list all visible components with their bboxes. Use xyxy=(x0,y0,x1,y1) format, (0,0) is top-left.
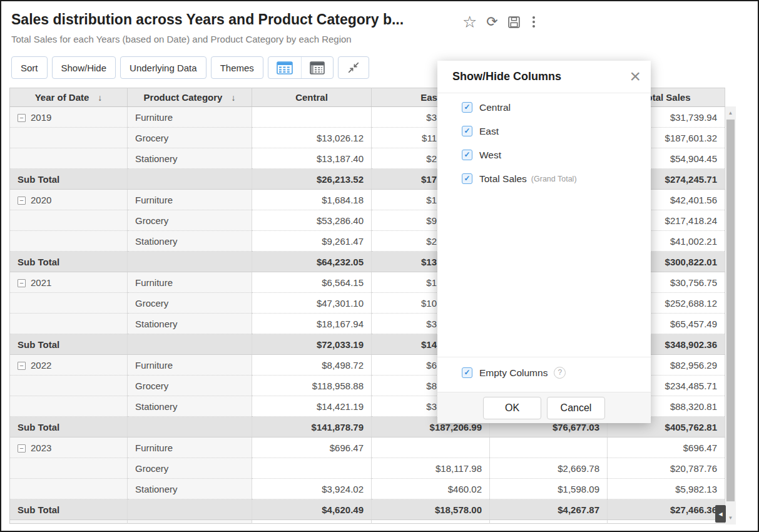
west-value-cell: $1,598.09 xyxy=(490,479,608,499)
product-category-cell xyxy=(128,334,252,355)
save-icon[interactable] xyxy=(507,16,521,29)
subtotal-label-cell: Sub Total xyxy=(10,169,128,190)
column-header-product-category[interactable]: Product Category↓ xyxy=(128,88,252,107)
checkbox-row-empty-columns[interactable]: Empty Columns ? xyxy=(462,367,651,378)
west-value-cell: $2,669.78 xyxy=(490,458,608,479)
central-value-cell xyxy=(252,458,372,479)
product-category-cell: Grocery xyxy=(128,210,252,231)
scroll-down-icon[interactable]: ▼ xyxy=(725,513,736,523)
central-value-cell: $9,261.47 xyxy=(252,231,372,252)
collapse-button[interactable] xyxy=(338,56,369,79)
year-cell xyxy=(10,293,128,314)
pivot-view-button[interactable] xyxy=(301,57,333,78)
checkbox-row-east[interactable]: East xyxy=(462,126,651,136)
year-cell xyxy=(10,128,128,148)
year-cell xyxy=(10,479,128,499)
collapse-year-icon[interactable]: − xyxy=(18,444,26,453)
cancel-button[interactable]: Cancel xyxy=(547,397,605,419)
subtotal-label-cell: Sub Total xyxy=(10,417,128,437)
checkbox-label: Total Sales xyxy=(479,173,527,185)
subtotal-label-cell: Sub Total xyxy=(10,499,128,520)
scrollbar-thumb[interactable] xyxy=(726,120,735,501)
column-header-year-of-date[interactable]: Year of Date↓ xyxy=(10,88,128,107)
pivot-table-icon xyxy=(310,61,325,74)
collapse-year-icon[interactable]: − xyxy=(18,114,26,122)
help-icon[interactable]: ? xyxy=(554,367,566,379)
checkbox-east[interactable] xyxy=(462,126,472,136)
ok-button[interactable]: OK xyxy=(483,397,541,419)
central-value-cell: $13,026.12 xyxy=(252,128,372,148)
themes-button[interactable]: Themes xyxy=(211,56,263,79)
scroll-up-icon[interactable]: ▲ xyxy=(725,108,736,118)
year-cell xyxy=(10,314,128,334)
product-category-cell: Stationery xyxy=(128,231,252,252)
year-cell xyxy=(10,458,128,479)
product-category-cell: Stationery xyxy=(128,314,252,334)
subtotal-row: Sub Total$4,620.49$18,578.00$4,267.87$27… xyxy=(10,499,725,520)
product-category-cell: Furniture xyxy=(128,190,252,210)
sort-button[interactable]: Sort xyxy=(11,56,48,79)
favorite-star-icon[interactable]: ☆ xyxy=(462,14,477,29)
view-toggle-group xyxy=(268,56,334,79)
refresh-icon[interactable]: ⟳ xyxy=(486,14,497,29)
checkbox-row-west[interactable]: West xyxy=(462,150,651,160)
product-category-cell xyxy=(128,417,252,437)
central-value-cell xyxy=(252,107,372,128)
product-category-cell: Stationery xyxy=(128,479,252,499)
west-value-cell xyxy=(490,437,608,458)
page-subtitle: Total Sales for each Years (based on Dat… xyxy=(11,34,352,44)
empty-columns-section: Empty Columns ? xyxy=(437,357,651,391)
product-category-cell xyxy=(128,499,252,520)
subtotal-label-cell: Sub Total xyxy=(10,334,128,355)
total-sales-value-cell: $27,466.36 xyxy=(608,499,725,520)
scroll-left-button[interactable]: ◀ xyxy=(715,505,726,523)
close-icon[interactable]: × xyxy=(629,66,641,87)
year-cell xyxy=(10,231,128,252)
year-cell xyxy=(10,210,128,231)
column-header-central[interactable]: Central xyxy=(252,88,372,107)
collapse-year-icon[interactable]: − xyxy=(18,362,26,370)
underlying-data-button[interactable]: Underlying Data xyxy=(120,56,206,79)
vertical-scrollbar[interactable]: ▲ ▼ xyxy=(725,106,736,524)
central-value-cell: $26,213.52 xyxy=(252,169,372,190)
product-category-cell: Grocery xyxy=(128,376,252,396)
grand-total-suffix: (Grand Total) xyxy=(531,175,577,183)
show-hide-button[interactable]: Show/Hide xyxy=(52,56,116,79)
central-value-cell: $13,187.40 xyxy=(252,148,372,169)
product-category-cell: Stationery xyxy=(128,396,252,417)
checkbox-label: West xyxy=(479,150,501,161)
checkbox-west[interactable] xyxy=(462,150,472,160)
checkbox-empty-columns[interactable] xyxy=(462,367,472,378)
central-value-cell: $6,564.15 xyxy=(252,272,372,293)
collapse-year-icon[interactable]: − xyxy=(18,279,26,287)
title-actions: ☆ ⟳ xyxy=(462,14,537,29)
central-value-cell: $18,167.94 xyxy=(252,314,372,334)
product-category-cell: Grocery xyxy=(128,128,252,148)
dialog-title: Show/Hide Columns xyxy=(452,70,561,83)
total-sales-value-cell: $5,982.13 xyxy=(608,479,725,499)
product-category-cell xyxy=(128,169,252,190)
page-title: Sales distribution across Years and Prod… xyxy=(11,11,404,28)
checkbox-row-total-sales[interactable]: Total Sales (Grand Total) xyxy=(462,173,651,184)
collapse-year-icon[interactable]: − xyxy=(18,197,26,205)
product-category-cell: Furniture xyxy=(128,272,252,293)
table-row: −2023Furniture$696.47$696.47 xyxy=(10,437,725,458)
year-cell: −2020 xyxy=(10,190,128,210)
year-cell: −2021 xyxy=(10,272,128,293)
clipped-row xyxy=(10,520,725,524)
product-category-cell: Grocery xyxy=(128,293,252,314)
central-value-cell: $118,958.88 xyxy=(252,376,372,396)
checkbox-row-central[interactable]: Central xyxy=(462,102,651,113)
checkbox-central[interactable] xyxy=(462,102,472,113)
sort-desc-icon: ↓ xyxy=(98,93,102,103)
checkbox-label: Empty Columns xyxy=(479,367,548,379)
flat-table-view-button[interactable] xyxy=(268,57,301,78)
total-sales-value-cell: $20,787.76 xyxy=(608,458,725,479)
more-menu-icon[interactable] xyxy=(530,15,537,29)
product-category-cell xyxy=(128,252,252,272)
checkbox-label: Central xyxy=(479,102,511,113)
page: Sales distribution across Years and Prod… xyxy=(0,0,759,532)
east-value-cell xyxy=(372,437,490,458)
checkbox-total-sales[interactable] xyxy=(462,173,472,184)
central-value-cell: $47,301.10 xyxy=(252,293,372,314)
